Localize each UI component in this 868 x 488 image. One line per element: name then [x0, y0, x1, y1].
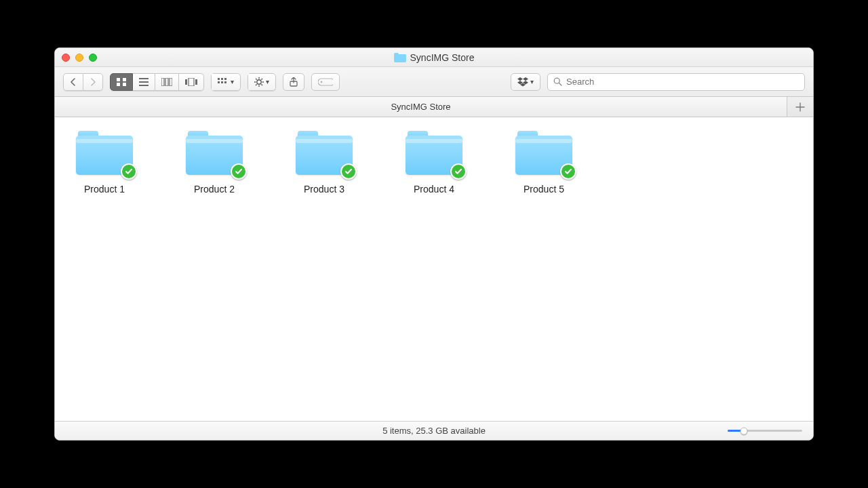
svg-line-27	[256, 84, 257, 85]
svg-rect-0	[117, 78, 120, 81]
new-tab-button[interactable]	[787, 97, 813, 117]
zoom-slider[interactable]	[728, 426, 802, 436]
back-button[interactable]	[63, 73, 83, 91]
dropbox-icon	[517, 77, 528, 87]
folder-item[interactable]: Product 3	[294, 131, 355, 195]
folder-icon	[406, 131, 462, 176]
svg-rect-4	[139, 78, 149, 79]
svg-rect-16	[218, 81, 220, 83]
svg-rect-18	[224, 81, 226, 83]
folder-icon	[296, 131, 353, 176]
svg-line-24	[256, 79, 257, 80]
chevron-left-icon	[70, 78, 77, 86]
folder-item[interactable]: Product 5	[513, 131, 574, 195]
svg-line-26	[261, 79, 262, 80]
finder-window: SyncIMG Store	[54, 47, 814, 441]
titlebar: SyncIMG Store	[55, 48, 813, 67]
action-button[interactable]: ▾	[248, 73, 276, 91]
forward-button[interactable]	[83, 73, 103, 91]
view-mode-buttons	[110, 73, 204, 91]
search-field[interactable]	[547, 73, 805, 91]
zoom-track	[728, 430, 802, 432]
folder-icon	[515, 131, 572, 176]
share-icon	[290, 77, 298, 87]
icon-grid: Product 1 Product 2 Produc	[74, 131, 794, 195]
synced-badge-icon	[340, 163, 357, 180]
search-icon	[553, 77, 562, 86]
svg-rect-1	[123, 78, 126, 81]
close-button[interactable]	[62, 54, 70, 62]
icon-view-button[interactable]	[110, 73, 133, 91]
folder-icon	[186, 131, 243, 176]
svg-line-25	[261, 84, 262, 85]
folder-label: Product 3	[304, 184, 344, 195]
traffic-lights	[62, 54, 97, 62]
tags-button[interactable]	[311, 73, 340, 91]
dropbox-button[interactable]: ▾	[511, 73, 540, 91]
action-group: ▾	[248, 73, 276, 91]
nav-buttons	[63, 73, 103, 91]
chevron-down-icon: ▾	[530, 78, 534, 85]
tag-icon	[318, 78, 333, 86]
list-view-button[interactable]	[133, 73, 155, 91]
folder-item[interactable]: Product 2	[184, 131, 245, 195]
arrange-group: ▾	[211, 73, 241, 91]
svg-rect-9	[170, 78, 172, 86]
arrange-icon	[218, 78, 229, 86]
minimize-button[interactable]	[75, 54, 83, 62]
svg-rect-11	[189, 78, 194, 86]
synced-badge-icon	[450, 163, 467, 180]
svg-rect-13	[218, 78, 220, 80]
window-title: SyncIMG Store	[55, 52, 813, 63]
grid-icon	[117, 78, 126, 86]
folder-label: Product 5	[524, 184, 564, 195]
tab-bar: SyncIMG Store	[55, 97, 813, 117]
folder-icon	[76, 131, 133, 176]
svg-rect-7	[161, 78, 164, 86]
chevron-down-icon: ▾	[231, 78, 234, 85]
toolbar: ▾ ▾	[55, 67, 813, 97]
column-view-button[interactable]	[155, 73, 179, 91]
svg-rect-15	[224, 78, 226, 80]
svg-line-31	[559, 83, 561, 85]
window-title-text: SyncIMG Store	[410, 52, 475, 63]
status-bar: 5 items, 25.3 GB available	[55, 421, 813, 440]
plus-icon	[795, 102, 805, 112]
folder-item[interactable]: Product 4	[403, 131, 465, 195]
svg-rect-17	[221, 81, 223, 83]
columns-icon	[161, 78, 172, 86]
status-text: 5 items, 25.3 GB available	[382, 426, 486, 436]
search-input[interactable]	[566, 77, 799, 87]
svg-rect-2	[117, 83, 120, 86]
folder-label: Product 1	[84, 184, 125, 195]
arrange-button[interactable]: ▾	[211, 73, 241, 91]
gear-icon	[254, 77, 264, 87]
svg-point-19	[257, 79, 261, 83]
svg-rect-5	[139, 81, 149, 83]
tab-label: SyncIMG Store	[391, 102, 450, 112]
folder-label: Product 2	[194, 184, 235, 195]
folder-label: Product 4	[414, 184, 454, 195]
coverflow-view-button[interactable]	[179, 73, 204, 91]
svg-rect-14	[221, 78, 223, 80]
tab-syncimg-store[interactable]: SyncIMG Store	[55, 97, 787, 117]
svg-rect-10	[185, 79, 187, 85]
folder-icon	[394, 53, 406, 62]
coverflow-icon	[185, 78, 197, 86]
svg-point-29	[321, 81, 323, 83]
svg-rect-3	[123, 83, 126, 86]
svg-rect-12	[195, 79, 197, 85]
svg-rect-8	[165, 78, 168, 86]
content-area[interactable]: Product 1 Product 2 Produc	[55, 117, 813, 421]
share-button[interactable]	[283, 73, 304, 91]
synced-badge-icon	[231, 163, 247, 180]
svg-rect-6	[139, 85, 149, 86]
synced-badge-icon	[121, 163, 137, 180]
folder-item[interactable]: Product 1	[74, 131, 135, 195]
chevron-right-icon	[90, 78, 96, 86]
maximize-button[interactable]	[89, 54, 97, 62]
list-icon	[139, 78, 149, 86]
zoom-knob[interactable]	[741, 427, 748, 434]
chevron-down-icon: ▾	[266, 78, 269, 85]
synced-badge-icon	[560, 163, 576, 180]
